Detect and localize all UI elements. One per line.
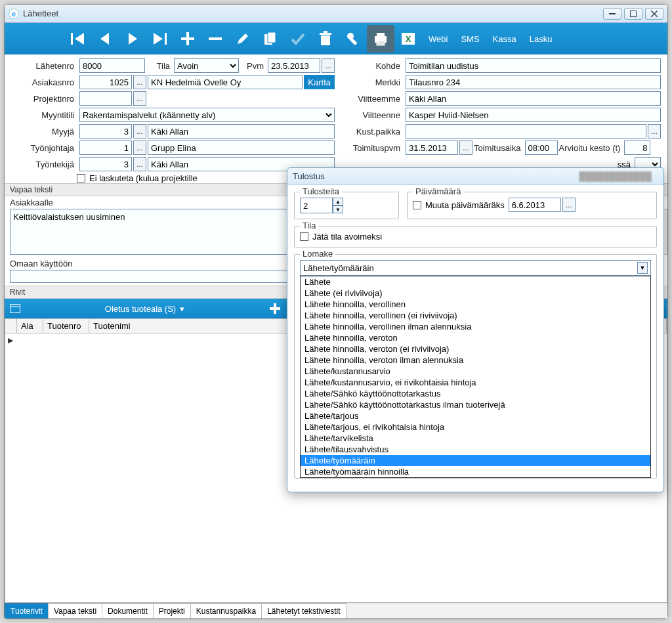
myyja-nimi-input[interactable] <box>148 124 335 139</box>
lomake-dropdown-list[interactable]: LäheteLähete (ei riviviivoja)Lähete hinn… <box>300 276 651 478</box>
kustpaikka-input[interactable] <box>406 124 646 139</box>
svg-marker-13 <box>238 33 248 44</box>
toimitusaika-input[interactable] <box>525 140 558 155</box>
lomake-option[interactable]: Lähete/tarjous, ei rivikohtaisia hintoja <box>301 421 650 433</box>
lomake-option[interactable]: Lähete/tarvikelista <box>301 433 650 444</box>
arvioitu-input[interactable] <box>624 140 650 155</box>
nav-last-button[interactable] <box>146 25 174 53</box>
search-button[interactable] <box>339 25 367 53</box>
lomake-option[interactable]: Lähete hinnoilla, veroton (ei riviviivoj… <box>301 343 650 354</box>
close-button[interactable] <box>645 8 663 20</box>
minimize-button[interactable] <box>603 8 621 20</box>
tab-projekti[interactable]: Projekti <box>153 603 191 618</box>
lomake-option[interactable]: Lähete hinnoilla, verollinen ilman alenn… <box>301 321 650 332</box>
projektinro-lookup-button[interactable]: … <box>133 91 146 106</box>
pvm-input[interactable] <box>268 58 320 73</box>
lomake-option[interactable]: Lähete hinnoilla, verollinen <box>301 299 650 310</box>
tulosteita-fieldset: Tulosteita ▲ ▼ <box>294 192 399 219</box>
window-icon[interactable] <box>10 304 20 313</box>
copy-button[interactable] <box>257 25 284 53</box>
tuoteala-dropdown[interactable]: Oletus tuoteala (S) ▾ <box>105 304 184 314</box>
pvm-label: Pvm <box>240 61 266 71</box>
kassa-link[interactable]: Kassa <box>486 34 523 44</box>
lomake-option[interactable]: Lähete hinnoilla, verollinen (ei rivivii… <box>301 310 650 321</box>
tulosteita-input[interactable] <box>300 198 333 213</box>
first-icon <box>70 31 85 47</box>
tyontekija-nro-input[interactable] <box>79 157 132 171</box>
edit-button[interactable] <box>229 25 257 53</box>
tab-dokumentit[interactable]: Dokumentit <box>102 603 154 618</box>
last-icon <box>152 31 168 47</box>
myyja-nro-input[interactable] <box>79 124 132 139</box>
lomake-option[interactable]: Lähete/työmääräin hinnoilla <box>301 466 650 477</box>
pvm-picker-button[interactable]: … <box>322 58 335 73</box>
tulosteita-legend: Tulosteita <box>300 186 342 196</box>
nav-prev-button[interactable] <box>91 25 119 53</box>
lomake-option[interactable]: Lähete (ei riviviivoja) <box>301 288 650 299</box>
lomake-combo[interactable]: Lähete/työmääräin ▼ <box>300 260 651 276</box>
tila-select[interactable]: Avoin <box>174 58 239 73</box>
kohde-input[interactable] <box>406 58 661 73</box>
lasku-link[interactable]: Lasku <box>523 34 559 44</box>
confirm-button[interactable] <box>284 25 312 53</box>
projektinro-input[interactable] <box>79 91 132 106</box>
print-button[interactable] <box>367 25 394 53</box>
viitteemme-input[interactable] <box>406 91 661 106</box>
lomake-option[interactable]: Lähete/Sähkö käyttöönottotarkastus ilman… <box>301 399 650 410</box>
row-add-button[interactable] <box>269 303 285 314</box>
chevron-down-icon: ▼ <box>637 262 648 274</box>
tyonjohtaja-nro-input[interactable] <box>79 140 132 155</box>
toimituspvm-input[interactable] <box>406 140 458 155</box>
col-tuotenro[interactable]: Tuotenro <box>43 319 89 333</box>
muuta-pvm-label: Muuta päivämääräks <box>425 200 505 210</box>
jata-avoimeksi-checkbox[interactable] <box>300 232 308 241</box>
muuta-pvm-checkbox[interactable] <box>413 201 421 209</box>
tulosteita-spinner[interactable]: ▲ ▼ <box>300 198 393 213</box>
nav-first-button[interactable] <box>64 25 91 53</box>
lomake-option[interactable]: Lähete/kustannusarvio <box>301 366 650 377</box>
lomake-option[interactable]: Lähete/kustannusarvio, ei rivikohtaisia … <box>301 377 650 388</box>
asiakasnimi-input[interactable] <box>148 75 303 89</box>
lahetenro-input[interactable] <box>79 58 145 73</box>
myyja-lookup-button[interactable]: … <box>133 124 146 139</box>
kartta-button[interactable]: Kartta <box>304 75 335 89</box>
remove-button[interactable] <box>201 25 229 53</box>
toimituspvm-picker-button[interactable]: … <box>459 140 472 155</box>
dialog-date-picker-button[interactable]: … <box>562 198 576 212</box>
dialog-titlebar: Tulostus ████████████ <box>287 168 663 185</box>
lomake-option[interactable]: Lähete/Sähkö käyttöönottotarkastus <box>301 388 650 399</box>
ei-laskuteta-checkbox[interactable] <box>77 174 85 183</box>
sms-link[interactable]: SMS <box>454 34 486 44</box>
spinner-down-button[interactable]: ▼ <box>333 205 343 213</box>
col-ala[interactable]: Ala <box>17 319 43 333</box>
export-excel-button[interactable]: X <box>394 25 422 53</box>
minus-icon <box>208 32 222 46</box>
tyontekija-lookup-button[interactable]: … <box>133 157 146 171</box>
tab-kustannuspaikka[interactable]: Kustannuspaikka <box>190 603 262 618</box>
nav-next-button[interactable] <box>119 25 146 53</box>
asiakasnro-input[interactable] <box>79 75 132 89</box>
tab-lahetetyt[interactable]: Lähetetyt tekstiviestit <box>261 603 346 618</box>
next-icon <box>126 31 139 47</box>
tab-tuoterivit[interactable]: Tuoterivit <box>5 603 49 618</box>
maximize-button[interactable] <box>624 8 642 20</box>
delete-button[interactable] <box>312 25 339 53</box>
tyonjohtaja-nimi-input[interactable] <box>148 140 335 155</box>
spinner-up-button[interactable]: ▲ <box>333 198 343 205</box>
lomake-option[interactable]: Lähete hinnoilla, veroton <box>301 332 650 343</box>
dialog-date-input[interactable] <box>509 198 561 212</box>
webi-link[interactable]: Webi <box>422 34 454 44</box>
merkki-input[interactable] <box>406 75 661 89</box>
lomake-option[interactable]: Lähete hinnoilla, veroton ilman alennuks… <box>301 354 650 366</box>
tyonjohtaja-lookup-button[interactable]: … <box>133 140 146 155</box>
myyntitili-select[interactable]: Rakentamispalvelut (käännetty alv) <box>79 108 335 122</box>
lomake-option[interactable]: Lähete/työmääräin <box>301 455 650 466</box>
tab-vapaa-teksti[interactable]: Vapaa teksti <box>48 603 102 618</box>
lomake-option[interactable]: Lähete <box>301 276 650 288</box>
add-button[interactable] <box>174 25 201 53</box>
asiakasnro-lookup-button[interactable]: … <box>133 75 146 89</box>
kustpaikka-lookup-button[interactable]: … <box>648 124 661 139</box>
viitteenne-input[interactable] <box>406 108 661 122</box>
lomake-option[interactable]: Lähete/tilausvahvistus <box>301 444 650 455</box>
lomake-option[interactable]: Lähete/tarjous <box>301 410 650 421</box>
